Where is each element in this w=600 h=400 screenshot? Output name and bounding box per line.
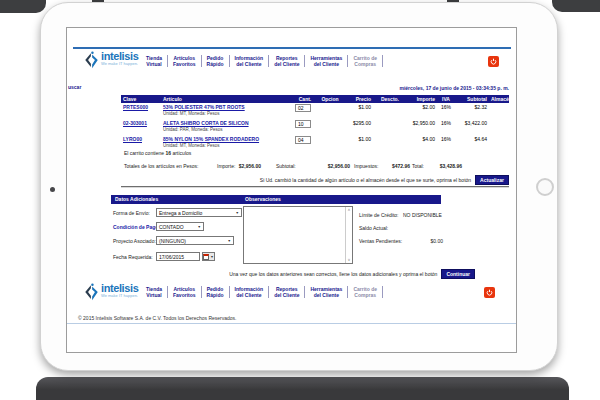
project-select[interactable]: (NINGUNO) ▼ <box>156 236 234 245</box>
nav-item-informacion-del-cliente[interactable]: Informacióndel Cliente <box>230 286 270 298</box>
nav-item-label: del Cliente <box>310 61 342 67</box>
nav-item-carrito-de-compras[interactable]: Carrito deCompras <box>348 286 383 298</box>
background-device-corner-right <box>552 0 600 12</box>
copyright-text: © 2015 Intelisis Software S.A. de C.V. T… <box>78 315 237 321</box>
section-divider <box>121 186 509 188</box>
credit-limit-value: NO DISPONIBLE <box>403 212 443 218</box>
header-nav: TiendaVirtual ArtículosFavoritos PedidoR… <box>141 55 383 67</box>
footer-logo[interactable]: intelisis We make IT happen. <box>84 283 138 301</box>
item-precio: $1.00 <box>343 135 373 151</box>
brand-tagline: We make IT happen. <box>101 293 138 298</box>
background-device-bottom <box>36 377 569 400</box>
nav-item-label: Virtual <box>146 292 162 298</box>
chevron-down-icon: ▼ <box>196 225 201 229</box>
table-row: LYRO00 85% NYLON 15% SPANDEX RODADERO Un… <box>121 135 509 151</box>
table-row: PRTES000 53% POLIESTER 47% PBT ROOTS Uni… <box>121 103 509 119</box>
nav-item-articulos-favoritos[interactable]: ArtículosFavoritos <box>168 286 202 298</box>
item-clave-link[interactable]: 02-303001 <box>123 120 147 126</box>
nav-item-label: Compras <box>353 292 377 298</box>
total-label: Total: <box>412 163 424 169</box>
project-label: Proyecto Asociado: <box>113 238 156 244</box>
header-top-rule <box>73 47 511 49</box>
nav-item-articulos-favoritos[interactable]: ArtículosFavoritos <box>168 55 202 67</box>
impuestos-label: Impuestos: <box>354 163 378 169</box>
brand-tagline: We make IT happen. <box>101 61 138 66</box>
nav-item-label: Rápido <box>207 292 224 298</box>
continuar-button[interactable]: Continuar <box>441 269 475 279</box>
continue-hint-line: Una vez que los datos anteriores sean co… <box>124 269 475 279</box>
datos-title: Datos Adicionales <box>115 196 158 202</box>
quantity-input[interactable]: 02 <box>295 104 311 112</box>
textarea-scrollbar[interactable]: ∧ ∨ <box>345 207 352 263</box>
calendar-picker-button[interactable]: ▼ <box>202 252 215 261</box>
footer-hairline <box>67 323 516 324</box>
col-clave: Clave <box>121 95 161 103</box>
item-iva: 16% <box>437 135 455 151</box>
logout-power-button[interactable] <box>484 287 495 298</box>
item-iva: 16% <box>437 119 455 135</box>
col-precio: Precio <box>343 95 373 103</box>
observations-textarea[interactable]: ∧ ∨ <box>243 206 353 264</box>
nav-item-tienda-virtual[interactable]: TiendaVirtual <box>141 55 168 67</box>
nav-item-pedido-rapido[interactable]: PedidoRápido <box>202 286 230 298</box>
payment-select[interactable]: CONTADO ▼ <box>156 222 204 231</box>
item-name-link[interactable]: ALETA SHIBRO CORTA DE SILICON <box>163 120 249 126</box>
item-iva: 16% <box>437 103 455 119</box>
credit-limit-label: Límite de Crédito: <box>359 212 403 218</box>
header-logo[interactable]: intelisis We make IT happen. <box>84 51 138 69</box>
nav-item-reportes-del-cliente[interactable]: Reportesdel Cliente <box>269 286 305 298</box>
col-descto: Descto. <box>373 95 401 103</box>
item-subtotal: $4.64 <box>455 135 489 151</box>
power-icon <box>486 289 493 296</box>
col-articulo: Artículo <box>161 95 293 103</box>
table-row: 02-303001 ALETA SHIBRO CORTA DE SILICON … <box>121 119 509 135</box>
actualizar-button[interactable]: Actualizar <box>475 175 509 185</box>
camera-dot-icon <box>50 187 55 192</box>
nav-item-label: del Cliente <box>274 61 299 67</box>
nav-item-informacion-del-cliente[interactable]: Informacióndel Cliente <box>230 55 270 67</box>
item-subtotal: $3,422.00 <box>455 119 489 135</box>
nav-item-herramientas-del-cliente[interactable]: Herramientasdel Cliente <box>305 286 348 298</box>
pending-sales-value: $0.00 <box>403 238 443 244</box>
cart-table: Clave Artículo Cant. Opcion Precio Desct… <box>121 95 509 151</box>
nav-item-carrito-de-compras[interactable]: Carrito deCompras <box>348 55 383 67</box>
datetime-text: miércoles, 17 de junio de 2015 - 03:34:3… <box>400 85 510 91</box>
importe-value: $2,956.00 <box>239 163 261 169</box>
item-detail: Unidad: PAR, Moneda: Pesos <box>163 127 291 132</box>
nav-item-reportes-del-cliente[interactable]: Reportesdel Cliente <box>269 55 305 67</box>
totals-line: Totales de los artículos en Pesos: Impor… <box>124 163 509 170</box>
chevron-down-icon: ▼ <box>234 211 239 215</box>
nav-item-label: Compras <box>353 61 377 67</box>
nav-item-tienda-virtual[interactable]: TiendaVirtual <box>141 286 168 298</box>
item-name-link[interactable]: 85% NYLON 15% SPANDEX RODADERO <box>163 136 259 142</box>
item-detail: Unidad: MT, Moneda: Pesos <box>163 111 291 116</box>
quantity-input[interactable]: 10 <box>295 120 311 128</box>
nav-item-label: Rápido <box>207 61 224 67</box>
shipping-select[interactable]: Entrega a Domicilio ▼ <box>156 208 242 217</box>
quantity-input[interactable]: 04 <box>295 136 311 144</box>
logout-power-button[interactable] <box>488 56 499 67</box>
item-importe: $4.00 <box>401 135 437 151</box>
date-input[interactable]: 17/06/2015 <box>156 252 200 261</box>
search-label[interactable]: uscar <box>68 84 81 90</box>
scroll-down-icon[interactable]: ∨ <box>348 257 351 263</box>
subtotal-label: Subtotal: <box>276 163 296 169</box>
credit-limit-row: Límite de Crédito: NO DISPONIBLE <box>359 212 443 218</box>
item-subtotal: $2.32 <box>455 103 489 119</box>
item-clave-link[interactable]: LYRO00 <box>123 136 142 142</box>
payment-label[interactable]: Condición de Pago: <box>113 224 160 230</box>
total-value: $3,428.96 <box>440 163 462 169</box>
item-name-link[interactable]: 53% POLIESTER 47% PBT ROOTS <box>163 104 245 110</box>
impuestos-value: $472.96 <box>392 163 410 169</box>
totals-label: Totales de los artículos en Pesos: <box>124 163 199 169</box>
nav-item-herramientas-del-cliente[interactable]: Herramientasdel Cliente <box>305 55 348 67</box>
importe-label: Importe: <box>217 163 235 169</box>
item-clave-link[interactable]: PRTES000 <box>123 104 148 110</box>
nav-item-pedido-rapido[interactable]: PedidoRápido <box>202 55 230 67</box>
continue-hint: Una vez que los datos anteriores sean co… <box>229 271 437 277</box>
scroll-up-icon[interactable]: ∧ <box>348 207 351 213</box>
nav-item-label: Virtual <box>146 61 162 67</box>
col-importe: Importe <box>401 95 437 103</box>
intelisis-diamond-icon <box>84 51 99 69</box>
nav-item-label: del Cliente <box>310 292 342 298</box>
